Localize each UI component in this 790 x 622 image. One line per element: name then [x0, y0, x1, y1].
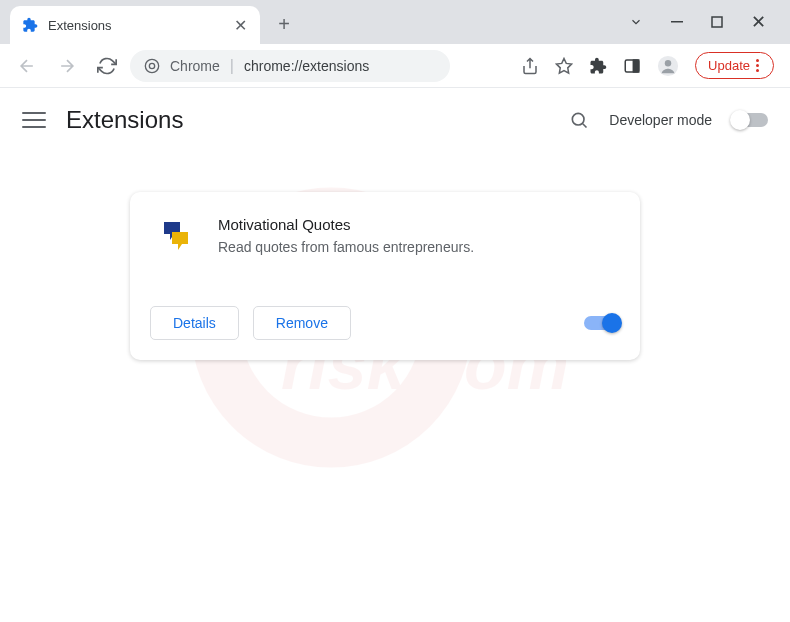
search-icon[interactable] — [569, 110, 589, 130]
omnibox[interactable]: Chrome | chrome://extensions — [130, 50, 450, 82]
svg-point-9 — [573, 113, 585, 125]
svg-rect-1 — [712, 17, 722, 27]
extensions-icon[interactable] — [589, 57, 607, 75]
forward-button[interactable] — [50, 49, 84, 83]
svg-line-10 — [583, 124, 587, 128]
extension-puzzle-icon — [22, 17, 38, 33]
update-label: Update — [708, 58, 750, 73]
omnibox-divider: | — [230, 57, 234, 75]
remove-button[interactable]: Remove — [253, 306, 351, 340]
profile-icon[interactable] — [657, 55, 679, 77]
tab-title: Extensions — [48, 18, 232, 33]
maximize-button[interactable] — [711, 16, 723, 28]
close-tab-button[interactable]: ✕ — [232, 17, 248, 33]
omnibox-url: chrome://extensions — [244, 58, 369, 74]
details-button[interactable]: Details — [150, 306, 239, 340]
menu-dots-icon — [756, 59, 759, 72]
svg-point-2 — [145, 59, 158, 72]
extensions-list: Motivational Quotes Read quotes from fam… — [0, 152, 790, 360]
minimize-button[interactable] — [671, 16, 683, 28]
menu-button[interactable] — [22, 108, 46, 132]
browser-tab[interactable]: Extensions ✕ — [10, 6, 260, 44]
omnibox-scheme: Chrome — [170, 58, 220, 74]
side-panel-icon[interactable] — [623, 57, 641, 75]
extension-app-icon — [156, 216, 196, 256]
share-icon[interactable] — [521, 57, 539, 75]
svg-point-3 — [149, 63, 154, 68]
extension-enable-toggle[interactable] — [584, 316, 620, 330]
toggle-knob — [602, 313, 622, 333]
new-tab-button[interactable]: + — [270, 10, 298, 38]
close-window-button[interactable]: ✕ — [751, 11, 766, 33]
back-button[interactable] — [10, 49, 44, 83]
window-controls: ✕ — [629, 0, 790, 44]
svg-point-8 — [665, 60, 671, 66]
update-button[interactable]: Update — [695, 52, 774, 79]
page-title: Extensions — [66, 106, 183, 134]
svg-rect-0 — [671, 21, 683, 23]
extension-card: Motivational Quotes Read quotes from fam… — [130, 192, 640, 360]
bookmark-star-icon[interactable] — [555, 57, 573, 75]
titlebar: Extensions ✕ + ✕ — [0, 0, 790, 44]
reload-button[interactable] — [90, 49, 124, 83]
developer-mode-label: Developer mode — [609, 112, 712, 128]
extension-name: Motivational Quotes — [218, 216, 474, 233]
chevron-down-icon[interactable] — [629, 15, 643, 29]
chrome-logo-icon — [144, 58, 160, 74]
extension-description: Read quotes from famous entrepreneurs. — [218, 239, 474, 255]
extensions-page-header: Extensions Developer mode — [0, 88, 790, 152]
developer-mode-toggle[interactable] — [732, 113, 768, 127]
svg-rect-6 — [634, 60, 639, 72]
toggle-knob — [730, 110, 750, 130]
address-bar: Chrome | chrome://extensions Update — [0, 44, 790, 88]
